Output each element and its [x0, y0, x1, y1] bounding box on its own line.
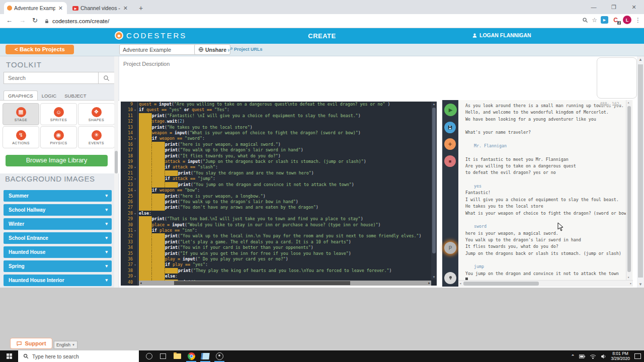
- wifi-icon[interactable]: [590, 354, 596, 359]
- tab-codesters[interactable]: Adventure Example | Codesters P ✕: [4, 2, 67, 14]
- code-line[interactable]: 34print("You win if your card is better …: [121, 245, 437, 250]
- volume-icon[interactable]: [601, 354, 606, 359]
- user-menu[interactable]: LOGAN FLANNIGAN: [472, 32, 531, 38]
- code-line[interactable]: 13print("He takes you to the local store…: [121, 125, 437, 130]
- tab-close-icon[interactable]: ✕: [57, 5, 64, 12]
- add-button[interactable]: +: [444, 138, 456, 150]
- screencast-extension-icon[interactable]: ▶: [601, 16, 608, 24]
- code-line[interactable]: 25print("here is your weapon, a longbow.…: [121, 194, 437, 199]
- code-line[interactable]: 21print("You slay the dragon and are the…: [121, 170, 437, 176]
- code-line[interactable]: 14weapon = input("What is your weapon of…: [121, 130, 437, 136]
- console-scrollbar-thumb[interactable]: [627, 106, 631, 272]
- code-line[interactable]: 20▾if attack == "slash":: [121, 164, 437, 170]
- background-item-school-hallway[interactable]: School Hallway▾: [4, 204, 112, 216]
- code-line[interactable]: 29print("That is too bad.\nI will just t…: [121, 216, 437, 222]
- background-item-winter[interactable]: Winter▾: [4, 218, 112, 230]
- code-line[interactable]: 28▾else:: [121, 211, 437, 216]
- background-item-summer[interactable]: Summer▾: [4, 190, 112, 202]
- url-field[interactable]: codesters.com/create/: [44, 17, 568, 26]
- fold-marker[interactable]: ▾: [133, 188, 137, 193]
- scroll-up-icon[interactable]: ▲: [637, 57, 644, 62]
- tab-close-icon[interactable]: ✕: [122, 5, 129, 12]
- toolkit-search-button[interactable]: [98, 72, 115, 84]
- zoom-icon[interactable]: [582, 17, 588, 23]
- cortana-button[interactable]: [142, 350, 156, 362]
- code-line[interactable]: 38print("They play the king of hearts an…: [121, 268, 437, 274]
- code-line[interactable]: 33print("Let's play a game. The elf deal…: [121, 239, 437, 245]
- scroll-down-icon[interactable]: ▼: [637, 282, 644, 287]
- code-line[interactable]: 11print("Fantastic! \nI will give you a …: [121, 113, 437, 119]
- project-name-input[interactable]: [119, 44, 197, 55]
- console-horizontal-scrollbar[interactable]: ◂ ▸: [458, 280, 633, 287]
- fold-marker[interactable]: ▾: [133, 274, 137, 279]
- p-button[interactable]: P: [444, 242, 456, 254]
- scroll-right-icon[interactable]: ▸: [428, 281, 430, 286]
- code-line[interactable]: 10▾if quest == "yes" or quest == "Yes":: [121, 107, 437, 113]
- c-extension-icon[interactable]: C 2: [612, 16, 619, 24]
- code-line[interactable]: 23print("You jump on the dragon and conv…: [121, 182, 437, 188]
- fold-marker[interactable]: ▾: [133, 136, 137, 141]
- fold-marker[interactable]: ▾: [133, 262, 137, 267]
- bookmark-star-icon[interactable]: ☆: [592, 17, 597, 24]
- close-button[interactable]: ✕: [624, 4, 644, 11]
- toolkit-tile-stage[interactable]: ▦STAGE: [3, 103, 39, 125]
- background-item-haunted-house[interactable]: Haunted House▾: [4, 246, 112, 258]
- taskbar-clock[interactable]: 8:01 PM 3/29/2020: [611, 351, 630, 361]
- task-view-button[interactable]: [156, 350, 170, 362]
- scroll-down-icon[interactable]: ▾: [431, 275, 437, 279]
- code-line[interactable]: 30place = input("Would you like to stay …: [121, 222, 437, 228]
- file-explorer-button[interactable]: [170, 350, 184, 362]
- code-line[interactable]: 18print("It flies towards you, what do y…: [121, 153, 437, 159]
- stop-button[interactable]: ■: [444, 155, 456, 167]
- reload-icon[interactable]: ↻: [32, 17, 38, 24]
- code-line[interactable]: 37▾if play == "yes":: [121, 262, 437, 267]
- fold-marker[interactable]: ▾: [133, 176, 137, 182]
- code-line[interactable]: 15▾if weapon == "sword":: [121, 136, 437, 141]
- scroll-up-icon[interactable]: ▴: [627, 101, 629, 105]
- code-line[interactable]: 31▾if place == "inn":: [121, 228, 437, 233]
- code-editor[interactable]: 9quest = input("Are you willing to take …: [121, 102, 437, 286]
- sidebar-scrollbar[interactable]: [114, 56, 118, 288]
- toolkit-tile-sprites[interactable]: ☺SPRITES: [40, 103, 77, 125]
- editor-horizontal-scrollbar[interactable]: ◂ ▸: [139, 281, 431, 286]
- editor-vertical-scrollbar[interactable]: ▴ ▾: [431, 102, 437, 280]
- back-icon[interactable]: ←: [6, 17, 13, 24]
- toolkit-tile-actions[interactable]: ↯ACTIONS: [3, 126, 39, 148]
- toolkit-tile-events[interactable]: ✳EVENTS: [78, 126, 115, 148]
- editor-scrollbar-thumb[interactable]: [432, 108, 436, 253]
- save-button[interactable]: [444, 122, 456, 133]
- console-hscrollbar-thumb[interactable]: [463, 282, 539, 286]
- code-line[interactable]: 36play = input(" Do you play your card y…: [121, 256, 437, 262]
- maximize-button[interactable]: ❐: [604, 4, 624, 11]
- scroll-down-icon[interactable]: ▾: [627, 276, 629, 280]
- language-select[interactable]: English ▼: [54, 341, 77, 349]
- browse-image-library-button[interactable]: Browse Image Library: [6, 155, 108, 166]
- fold-marker[interactable]: ▾: [133, 107, 137, 113]
- scroll-right-icon[interactable]: ▸: [630, 282, 632, 286]
- page-scrollbar[interactable]: ▲ ▼: [637, 56, 644, 288]
- notepad-button[interactable]: [198, 350, 212, 362]
- background-item-school-entrance[interactable]: School Entrance▾: [4, 232, 112, 244]
- code-line[interactable]: 12stage.wait(2): [121, 119, 437, 124]
- page-scrollbar-thumb[interactable]: [638, 64, 643, 278]
- toolkit-tab-subject[interactable]: SUBJECT: [60, 91, 90, 100]
- toolkit-tab-graphics[interactable]: GRAPHICS: [4, 90, 38, 100]
- battery-icon[interactable]: [579, 354, 585, 358]
- sidebar-scrollbar-thumb[interactable]: [115, 151, 118, 173]
- profile-avatar[interactable]: L: [623, 16, 631, 24]
- obs-button[interactable]: [212, 350, 226, 362]
- background-item-spring[interactable]: Spring▾: [4, 260, 112, 272]
- toolkit-search-input[interactable]: [4, 72, 98, 84]
- code-line[interactable]: 24▾if weapon == "bow":: [121, 188, 437, 193]
- tab-youtube[interactable]: ▶ Channel videos - YouTube Studio ✕: [69, 2, 132, 14]
- taskbar-search[interactable]: Type here to search: [18, 350, 139, 362]
- code-line[interactable]: 17print("You walk up to the dragon's lai…: [121, 147, 437, 153]
- fold-marker[interactable]: ▾: [133, 211, 137, 216]
- code-line[interactable]: 27print("You don't have any arows and ar…: [121, 205, 437, 210]
- scroll-left-icon[interactable]: ◂: [140, 281, 142, 286]
- unshare-button[interactable]: Unshare: [194, 44, 230, 55]
- code-line[interactable]: 19attack = input("Jump on the dragons ba…: [121, 159, 437, 164]
- editor-hscrollbar-thumb[interactable]: [174, 281, 350, 285]
- chrome-button[interactable]: [184, 350, 198, 362]
- fold-marker[interactable]: ▾: [133, 228, 137, 233]
